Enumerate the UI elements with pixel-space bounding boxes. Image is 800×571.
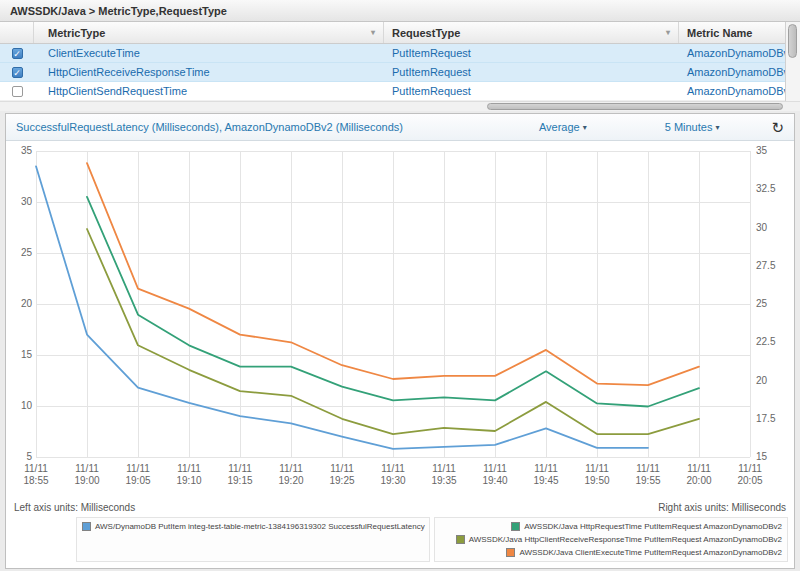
statistic-dropdown[interactable]: Average ▾ xyxy=(539,121,587,133)
sort-icon[interactable]: ▾ xyxy=(666,28,670,37)
metrics-table-section: AWSSDK/Java > MetricType,RequestType Met… xyxy=(0,0,800,111)
svg-text:19:10: 19:10 xyxy=(176,475,201,486)
legend-row: AWS/DynamoDB PutItem integ-test-table-me… xyxy=(76,517,788,562)
gridlines xyxy=(36,151,751,458)
svg-text:19:30: 19:30 xyxy=(380,475,405,486)
axis-units-row: Left axis units: Milliseconds Right axis… xyxy=(6,499,794,515)
table-cell: PutItemRequest xyxy=(384,85,679,97)
column-label: RequestType xyxy=(392,27,460,39)
row-checkbox[interactable]: ✓ xyxy=(12,67,23,78)
svg-text:20: 20 xyxy=(756,375,768,386)
request-type-link[interactable]: PutItemRequest xyxy=(392,66,471,78)
metric-name-link[interactable]: AmazonDynamoDBv2 xyxy=(687,47,785,59)
column-header-metrictype[interactable]: MetricType ▾ xyxy=(34,22,384,43)
svg-text:11/11: 11/11 xyxy=(126,463,150,474)
table-cell: PutItemRequest xyxy=(384,47,679,59)
svg-text:19:35: 19:35 xyxy=(431,475,456,486)
vertical-scrollbar[interactable] xyxy=(785,22,800,101)
svg-text:19:15: 19:15 xyxy=(227,475,252,486)
svg-text:11/11: 11/11 xyxy=(330,463,354,474)
svg-text:11/11: 11/11 xyxy=(228,463,252,474)
column-label: Metric Name xyxy=(687,27,752,39)
svg-text:11/11: 11/11 xyxy=(75,463,99,474)
svg-text:5: 5 xyxy=(26,451,32,462)
svg-text:19:45: 19:45 xyxy=(533,475,558,486)
svg-text:19:55: 19:55 xyxy=(635,475,660,486)
right-axis-labels: 1517.52022.52527.53032.535 xyxy=(756,145,776,462)
select-all-cell xyxy=(0,22,34,43)
metric-type-link[interactable]: HttpClientReceiveResponseTime xyxy=(48,66,210,78)
legend-label: AWS/DynamoDB PutItem integ-test-table-me… xyxy=(95,522,425,531)
svg-text:11/11: 11/11 xyxy=(585,463,609,474)
svg-text:19:40: 19:40 xyxy=(482,475,507,486)
sort-icon[interactable]: ▾ xyxy=(371,28,375,37)
svg-text:25: 25 xyxy=(21,247,33,258)
request-type-link[interactable]: PutItemRequest xyxy=(392,47,471,59)
svg-text:10: 10 xyxy=(21,400,33,411)
row-checkbox[interactable]: ✓ xyxy=(12,48,23,59)
legend-item: AWS/DynamoDB PutItem integ-test-table-me… xyxy=(82,520,424,533)
column-header-requesttype[interactable]: RequestType ▾ xyxy=(384,22,679,43)
row-checkbox[interactable] xyxy=(12,86,23,97)
svg-text:11/11: 11/11 xyxy=(687,463,711,474)
svg-text:22.5: 22.5 xyxy=(756,336,776,347)
legend-swatch xyxy=(456,535,465,544)
chevron-down-icon: ▾ xyxy=(583,123,587,132)
svg-text:27.5: 27.5 xyxy=(756,260,776,271)
checkbox-cell: ✓ xyxy=(0,48,34,59)
refresh-button[interactable]: ↻ xyxy=(771,120,784,135)
table-row[interactable]: HttpClientSendRequestTimePutItemRequestA… xyxy=(0,82,800,101)
legend-item: AWSSDK/Java HttpRequestTime PutItemReque… xyxy=(440,520,782,533)
left-axis-labels: 5101520253035 xyxy=(21,145,33,462)
request-type-link[interactable]: PutItemRequest xyxy=(392,85,471,97)
chart-header: SuccessfulRequestLatency (Milliseconds),… xyxy=(6,114,794,141)
table-cell: AmazonDynamoDBv2 xyxy=(679,85,785,97)
svg-text:18:55: 18:55 xyxy=(23,475,48,486)
column-header-metricname[interactable]: Metric Name xyxy=(679,22,785,43)
svg-text:35: 35 xyxy=(756,145,768,156)
svg-text:32.5: 32.5 xyxy=(756,183,776,194)
period-value: 5 Minutes xyxy=(665,121,713,133)
chart-title: SuccessfulRequestLatency (Milliseconds),… xyxy=(6,121,539,133)
vertical-scrollbar-thumb[interactable] xyxy=(788,24,797,58)
horizontal-scrollbar-thumb[interactable] xyxy=(487,103,783,110)
svg-text:11/11: 11/11 xyxy=(279,463,303,474)
checkbox-cell xyxy=(0,86,34,97)
breadcrumb: AWSSDK/Java > MetricType,RequestType xyxy=(0,0,800,22)
table-cell: ClientExecuteTime xyxy=(34,47,384,59)
svg-text:11/11: 11/11 xyxy=(177,463,201,474)
metric-name-link[interactable]: AmazonDynamoDBv2 xyxy=(687,85,785,97)
chevron-down-icon: ▾ xyxy=(715,123,719,132)
legend-swatch xyxy=(82,522,91,531)
svg-text:11/11: 11/11 xyxy=(381,463,405,474)
svg-text:20:05: 20:05 xyxy=(737,475,762,486)
column-label: MetricType xyxy=(48,27,105,39)
svg-text:35: 35 xyxy=(21,145,33,156)
checkbox-cell: ✓ xyxy=(0,67,34,78)
chart-panel: SuccessfulRequestLatency (Milliseconds),… xyxy=(5,113,795,569)
legend-right: AWSSDK/Java HttpRequestTime PutItemReque… xyxy=(434,517,788,562)
legend-item: AWSSDK/Java ClientExecuteTime PutItemReq… xyxy=(440,546,782,559)
refresh-icon: ↻ xyxy=(771,119,784,136)
table-cell: PutItemRequest xyxy=(384,66,679,78)
svg-text:17.5: 17.5 xyxy=(756,413,776,424)
metric-type-link[interactable]: HttpClientSendRequestTime xyxy=(48,85,187,97)
svg-text:19:50: 19:50 xyxy=(584,475,609,486)
table-row[interactable]: ✓HttpClientReceiveResponseTimePutItemReq… xyxy=(0,63,800,82)
legend-left: AWS/DynamoDB PutItem integ-test-table-me… xyxy=(76,517,430,562)
svg-text:30: 30 xyxy=(756,222,768,233)
horizontal-scrollbar[interactable] xyxy=(0,101,800,111)
period-dropdown[interactable]: 5 Minutes ▾ xyxy=(665,121,720,133)
svg-text:15: 15 xyxy=(21,349,33,360)
table-cell: HttpClientSendRequestTime xyxy=(34,85,384,97)
svg-text:19:00: 19:00 xyxy=(74,475,99,486)
statistic-value: Average xyxy=(539,121,580,133)
legend-label: AWSSDK/Java HttpRequestTime PutItemReque… xyxy=(524,522,782,531)
table-row[interactable]: ✓ClientExecuteTimePutItemRequestAmazonDy… xyxy=(0,44,800,63)
svg-text:20: 20 xyxy=(21,298,33,309)
table-cell: AmazonDynamoDBv2 xyxy=(679,47,785,59)
svg-text:19:25: 19:25 xyxy=(329,475,354,486)
x-axis-labels: 11/1118:5511/1119:0011/1119:0511/1119:10… xyxy=(23,463,762,486)
metric-name-link[interactable]: AmazonDynamoDBv2 xyxy=(687,66,785,78)
metric-type-link[interactable]: ClientExecuteTime xyxy=(48,47,140,59)
